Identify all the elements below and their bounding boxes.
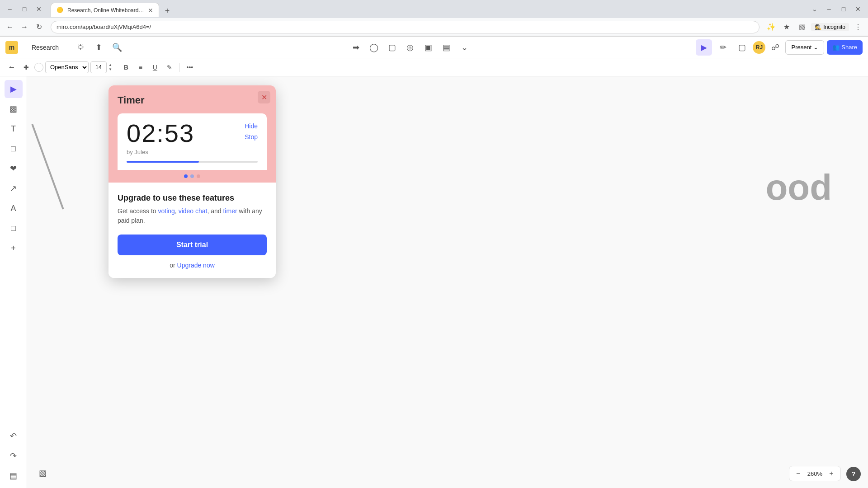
canvas-area[interactable]: ood ✕ Timer 02:53 Hide: [27, 76, 868, 488]
font-size-up-icon[interactable]: ▲: [108, 63, 112, 67]
cast-icon[interactable]: ✨: [765, 21, 778, 33]
bold-button[interactable]: B: [120, 61, 132, 74]
address-bar[interactable]: miro.com/app/board/uXjVMqiA6d4=/: [51, 21, 760, 33]
timer-tool-icon[interactable]: ◯: [366, 39, 382, 56]
forward-flow-icon[interactable]: ➡: [348, 39, 364, 56]
minimize-icon[interactable]: –: [823, 3, 835, 15]
extensions-icon[interactable]: ▧: [796, 21, 808, 33]
app-container: m Research ⛭ ⬆ 🔍 ➡ ◯ ▢ ◎ ▣ ▤ ⌄ ▶ ✏ ▢ RJ …: [0, 37, 868, 488]
add-below-icon[interactable]: ✚: [20, 61, 33, 74]
zoom-in-button[interactable]: +: [826, 468, 837, 479]
forward-button[interactable]: →: [18, 21, 31, 33]
font-family-select[interactable]: OpenSans: [45, 61, 89, 73]
zoom-controls: − 260% +: [789, 466, 841, 481]
active-tab[interactable]: 🟡 Research, Online Whiteboard for ✕: [51, 3, 159, 17]
font-size-input[interactable]: [90, 61, 107, 73]
add-above-icon[interactable]: ↼: [5, 61, 18, 74]
timer-hide-button[interactable]: Hide: [245, 122, 258, 130]
font-size-arrows: ▲ ▼: [108, 63, 112, 71]
chevron-down-icon[interactable]: ⌄: [808, 3, 821, 15]
upgrade-or-text: or Upgrade now: [118, 262, 267, 269]
notifications-icon[interactable]: ☍: [768, 40, 783, 55]
menu-icon[interactable]: ⋮: [852, 21, 864, 33]
settings-icon[interactable]: ⛭: [74, 40, 88, 55]
comment-tool-icon[interactable]: ▢: [734, 39, 750, 56]
start-trial-button[interactable]: Start trial: [118, 235, 267, 255]
share-upload-icon[interactable]: ⬆: [92, 40, 106, 55]
panels-button[interactable]: ▤: [5, 467, 23, 485]
upgrade-now-link[interactable]: Upgrade now: [177, 262, 215, 269]
add-button[interactable]: +: [5, 239, 23, 257]
close-icon[interactable]: ✕: [852, 3, 864, 15]
url-text: miro.com/app/board/uXjVMqiA6d4=/: [57, 23, 151, 30]
close-window-button[interactable]: ✕: [33, 3, 45, 15]
restore-button[interactable]: □: [18, 3, 31, 15]
upgrade-description: Get access to voting, video chat, and ti…: [118, 206, 267, 225]
zoom-out-button[interactable]: −: [793, 468, 804, 479]
voting-link[interactable]: voting: [158, 207, 175, 215]
chat-button[interactable]: □: [5, 219, 23, 237]
zoom-level-label: 260%: [807, 470, 822, 477]
video-chat-link[interactable]: video chat: [179, 207, 208, 215]
text-toolbar: ↼ ✚ OpenSans ▲ ▼ B ≡ U ✎ •••: [0, 58, 868, 76]
incognito-badge[interactable]: 🕵 Incognito: [811, 23, 849, 31]
share-icon: 👥: [832, 44, 840, 51]
tab-close-button[interactable]: ✕: [148, 7, 153, 14]
help-button[interactable]: ?: [846, 467, 861, 481]
capture-icon[interactable]: ◎: [402, 39, 418, 56]
select-tool-button[interactable]: ▶: [5, 80, 23, 98]
main-area: ▶ ▩ T □ ❤ ↗ A □ + ↶ ↷ ▤ ood ✕: [0, 76, 868, 488]
share-button[interactable]: 👥 Share: [827, 40, 863, 55]
align-button[interactable]: ≡: [134, 61, 147, 74]
underline-button[interactable]: U: [149, 61, 161, 74]
sticky-note-button[interactable]: □: [5, 140, 23, 158]
undo-button[interactable]: ↶: [5, 427, 23, 445]
new-tab-button[interactable]: +: [161, 5, 174, 17]
timer-link[interactable]: timer: [223, 207, 237, 215]
minimize-button[interactable]: –: [4, 3, 16, 15]
pen-tool-icon[interactable]: ✏: [715, 39, 731, 56]
maximize-icon[interactable]: □: [837, 3, 850, 15]
toolbar-right: ✨ ★ ▧ 🕵 Incognito ⋮: [765, 21, 864, 33]
upgrade-title: Upgrade to use these features: [118, 193, 267, 203]
or-text: or: [170, 262, 177, 269]
left-sidebar: ▶ ▩ T □ ❤ ↗ A □ + ↶ ↷ ▤: [0, 76, 27, 488]
font-size-down-icon[interactable]: ▼: [108, 67, 112, 72]
browser-chrome: – □ ✕ 🟡 Research, Online Whiteboard for …: [0, 0, 868, 37]
pen-tool-button[interactable]: A: [5, 199, 23, 217]
back-button[interactable]: ←: [4, 21, 16, 33]
chevron-down-tools-icon[interactable]: ⌄: [456, 39, 472, 56]
timer-time-display: 02:53: [127, 121, 194, 146]
present-button[interactable]: Present ⌄: [785, 40, 824, 55]
timer-modal-header: Timer 02:53 Hide Stop by Jules: [108, 85, 276, 170]
color-swatch[interactable]: [34, 63, 43, 72]
avatar: RJ: [753, 41, 765, 54]
more-options-button[interactable]: •••: [184, 61, 196, 74]
card-icon[interactable]: ▣: [420, 39, 436, 56]
timer-stop-button[interactable]: Stop: [245, 133, 258, 141]
topbar-right: ▶ ✏ ▢ RJ ☍ Present ⌄ 👥 Share: [696, 39, 863, 56]
frames-tool-button[interactable]: ▩: [5, 100, 23, 118]
app-title[interactable]: Research: [28, 42, 62, 53]
topbar-divider: [68, 42, 68, 53]
timer-row: 02:53 Hide Stop: [127, 121, 258, 146]
canvas-background-text: ood: [765, 167, 832, 208]
browser-toolbar: ← → ↻ miro.com/app/board/uXjVMqiA6d4=/ ✨…: [0, 18, 868, 36]
cursor-tool-button[interactable]: ▶: [696, 39, 712, 56]
highlight-button[interactable]: ✎: [163, 61, 176, 74]
screen-icon[interactable]: ▢: [384, 39, 400, 56]
bookmark-icon[interactable]: ★: [780, 21, 793, 33]
reload-button[interactable]: ↻: [33, 21, 45, 33]
modal-close-button[interactable]: ✕: [258, 91, 270, 103]
canvas-line-decoration: [31, 106, 113, 210]
text-block-icon[interactable]: ▤: [438, 39, 454, 56]
search-icon[interactable]: 🔍: [110, 40, 124, 55]
timer-dot-2: [190, 174, 194, 178]
incognito-label: Incognito: [823, 24, 845, 30]
arrow-tool-button[interactable]: ↗: [5, 179, 23, 197]
redo-button[interactable]: ↷: [5, 447, 23, 465]
timer-actions: Hide Stop: [245, 121, 258, 141]
text-tool-button[interactable]: T: [5, 120, 23, 138]
shapes-button[interactable]: ❤: [5, 160, 23, 178]
bottom-panel-button[interactable]: ▧: [34, 465, 51, 481]
